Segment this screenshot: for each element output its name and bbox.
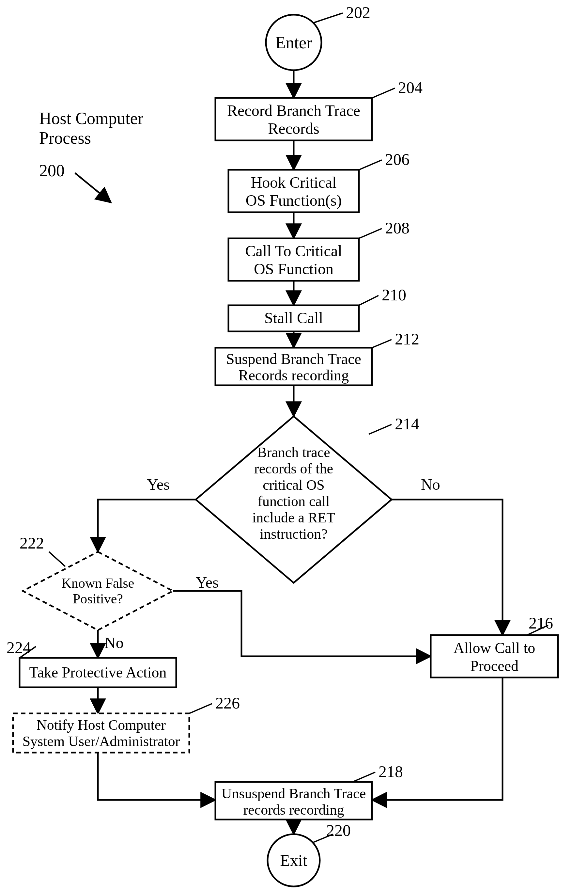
node-unsuspend-l1: Unsuspend Branch Trace: [222, 785, 366, 802]
edge-label-no1: No: [421, 476, 440, 493]
ref-216: 216: [529, 614, 553, 632]
edge-label-no2: No: [104, 634, 124, 651]
ref-220: 220: [326, 821, 351, 839]
node-dec1-l1: Branch trace: [257, 444, 330, 460]
svg-line-5: [372, 88, 395, 98]
ref-206: 206: [385, 150, 410, 168]
ref-210: 210: [382, 286, 406, 304]
svg-line-20: [369, 424, 392, 434]
edge-label-yes2: Yes: [196, 574, 219, 591]
node-enter: Enter: [266, 15, 321, 70]
node-dec1-l2: records of the: [254, 461, 333, 477]
node-allow-l1: Allow Call to: [454, 639, 535, 656]
ref-214: 214: [395, 415, 419, 433]
node-stall-label: Stall Call: [264, 309, 323, 326]
svg-line-32: [352, 772, 375, 782]
ref-212: 212: [395, 330, 419, 348]
diagram-title-ref: 200: [39, 161, 64, 180]
ref-202: 202: [346, 3, 370, 21]
node-exit-label: Exit: [280, 851, 307, 869]
node-decision-ret: Branch trace records of the critical OS …: [196, 416, 392, 583]
ref-208: 208: [385, 219, 410, 237]
diagram-title-line2: Process: [39, 129, 91, 147]
node-protect-label: Take Protective Action: [29, 664, 167, 681]
ref-224: 224: [6, 638, 31, 657]
node-hook: Hook Critical OS Function(s): [228, 170, 359, 212]
node-notify-l2: System User/Administrator: [22, 733, 180, 749]
svg-line-17: [372, 340, 392, 348]
node-unsuspend-l2: records recording: [243, 802, 344, 818]
node-record-line1: Record Branch Trace: [227, 102, 360, 119]
node-notify-l1: Notify Host Computer: [36, 717, 166, 733]
node-dec1-l4: function call: [258, 493, 330, 509]
ref-226: 226: [215, 694, 240, 712]
node-dec1-l5: include a RET: [252, 510, 335, 526]
node-notify: Notify Host Computer System User/Adminis…: [13, 713, 189, 752]
flowchart-diagram: Host Computer Process 200 Enter 202 Reco…: [0, 0, 588, 892]
node-decision-falsepos: Known False Positive?: [23, 552, 173, 630]
node-protect: Take Protective Action: [20, 658, 176, 687]
node-allow: Allow Call to Proceed: [431, 635, 558, 677]
node-hook-line2: OS Function(s): [246, 192, 342, 209]
node-call: Call To Critical OS Function: [228, 238, 359, 281]
svg-line-11: [359, 229, 382, 238]
svg-line-2: [313, 13, 343, 23]
node-call-line2: OS Function: [254, 260, 333, 278]
node-dec2-l2: Positive?: [73, 591, 123, 606]
node-call-line1: Call To Critical: [245, 242, 342, 260]
node-unsuspend: Unsuspend Branch Trace records recording: [215, 782, 372, 820]
node-stall: Stall Call: [228, 305, 359, 331]
edge-label-yes1: Yes: [147, 476, 170, 493]
svg-marker-21: [23, 552, 173, 630]
svg-line-14: [359, 295, 378, 305]
ref-222: 222: [20, 534, 44, 552]
node-record: Record Branch Trace Records: [215, 98, 372, 140]
svg-line-0: [75, 173, 111, 202]
node-hook-line1: Hook Critical: [251, 174, 337, 191]
svg-line-8: [359, 160, 382, 170]
node-suspend: Suspend Branch Trace Records recording: [215, 348, 372, 385]
node-allow-l2: Proceed: [470, 657, 519, 674]
node-dec1-l6: instruction?: [260, 526, 328, 542]
svg-line-28: [189, 704, 212, 713]
node-dec1-l3: critical OS: [262, 477, 324, 493]
node-enter-label: Enter: [275, 33, 312, 52]
node-suspend-line1: Suspend Branch Trace: [226, 350, 361, 367]
svg-line-22: [49, 552, 65, 567]
ref-204: 204: [398, 78, 423, 97]
node-exit: Exit: [268, 834, 320, 886]
node-record-line2: Records: [268, 120, 319, 137]
ref-218: 218: [378, 763, 403, 781]
node-dec2-l1: Known False: [62, 576, 134, 591]
diagram-title-line1: Host Computer: [39, 109, 143, 128]
node-suspend-line2: Records recording: [238, 367, 349, 384]
